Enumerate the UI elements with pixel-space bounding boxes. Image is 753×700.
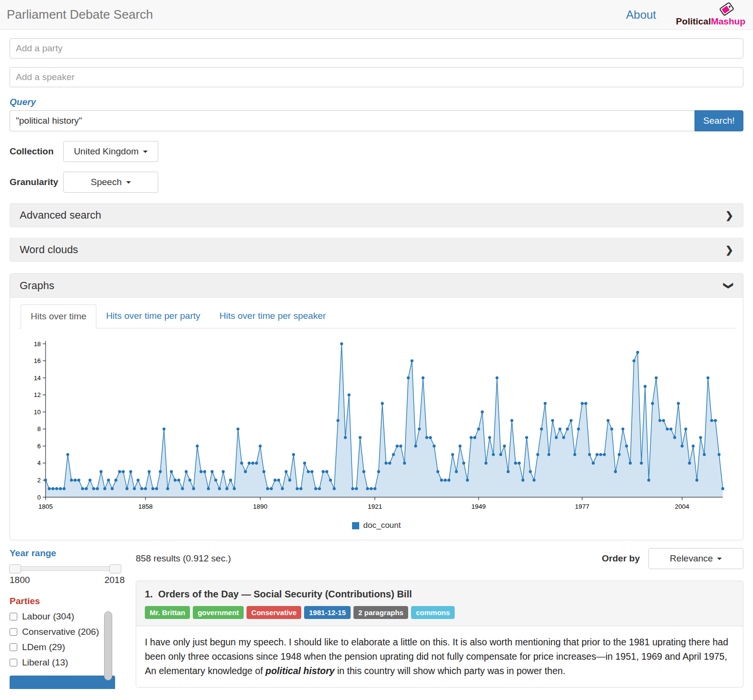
result-number: 1. bbox=[145, 589, 153, 599]
svg-text:18: 18 bbox=[34, 340, 41, 348]
parties-label: Parties bbox=[10, 596, 136, 607]
party-label: Liberal (13) bbox=[22, 657, 68, 668]
legend-swatch-icon bbox=[352, 522, 359, 529]
result-item: 1. Orders of the Day — Social Security (… bbox=[136, 581, 743, 688]
badge-row: Mr. Brittan government Conservative 1981… bbox=[145, 606, 734, 619]
checkbox[interactable] bbox=[10, 643, 17, 651]
role-badge[interactable]: government bbox=[193, 606, 244, 619]
results-count: 858 results (0.912 sec.) bbox=[136, 553, 231, 564]
logo-text: PoliticalMashup bbox=[676, 16, 745, 27]
svg-text:4: 4 bbox=[37, 459, 41, 467]
caret-down-icon bbox=[126, 181, 131, 184]
granularity-label: Granularity bbox=[10, 177, 63, 187]
graphs-panel-header[interactable]: Graphs ❯ bbox=[10, 274, 743, 298]
speaker-badge[interactable]: Mr. Brittan bbox=[145, 606, 190, 619]
graphs-panel-body: Hits over time Hits over time per party … bbox=[10, 298, 743, 540]
year-range-slider[interactable] bbox=[10, 566, 121, 571]
collection-value: United Kingdom bbox=[74, 146, 139, 157]
results-header: 858 results (0.912 sec.) Order by Releva… bbox=[136, 548, 743, 569]
word-clouds-panel[interactable]: Word clouds ❯ bbox=[10, 238, 743, 262]
logo-mashup: Mashup bbox=[711, 16, 745, 26]
word-clouds-title: Word clouds bbox=[20, 244, 78, 256]
party-label: Labour (304) bbox=[22, 611, 74, 622]
parties-scrollbar-thumb[interactable] bbox=[104, 611, 112, 680]
svg-text:2: 2 bbox=[37, 477, 41, 484]
svg-text:6: 6 bbox=[37, 443, 41, 450]
paragraphs-badge[interactable]: 2 paragraphs bbox=[353, 606, 408, 619]
svg-text:2004: 2004 bbox=[675, 503, 690, 510]
result-header: 1. Orders of the Day — Social Security (… bbox=[136, 581, 743, 626]
checkbox[interactable] bbox=[10, 659, 17, 666]
svg-text:1949: 1949 bbox=[471, 503, 486, 510]
granularity-dropdown[interactable]: Speech bbox=[63, 172, 158, 193]
svg-text:14: 14 bbox=[34, 374, 41, 382]
granularity-row: Granularity Speech bbox=[10, 172, 743, 193]
chart-legend: doc_count bbox=[18, 520, 735, 535]
svg-text:8: 8 bbox=[37, 425, 41, 432]
svg-text:1890: 1890 bbox=[253, 503, 267, 510]
query-group: Search! bbox=[10, 110, 743, 131]
chevron-right-icon: ❯ bbox=[725, 244, 733, 256]
speaker-input[interactable] bbox=[10, 67, 743, 87]
caret-down-icon bbox=[143, 151, 148, 153]
chevron-down-icon: ❯ bbox=[724, 281, 735, 290]
svg-text:1977: 1977 bbox=[575, 503, 589, 510]
order-by-label: Order by bbox=[602, 553, 640, 564]
query-label: Query bbox=[10, 97, 743, 107]
filter-sidebar: Year range 1800 2018 Parties Labour (304… bbox=[10, 548, 136, 689]
app-header: Parliament Debate Search About Political… bbox=[0, 0, 753, 30]
snippet-after: in this country will show which party wa… bbox=[335, 665, 565, 676]
graphs-title: Graphs bbox=[20, 280, 54, 292]
chevron-right-icon: ❯ bbox=[725, 210, 733, 221]
party-label: LDem (29) bbox=[22, 642, 65, 653]
results-area: 858 results (0.912 sec.) Order by Releva… bbox=[136, 548, 743, 688]
year-range-values: 1800 2018 bbox=[10, 575, 125, 585]
tab-hits-per-party[interactable]: Hits over time per party bbox=[96, 304, 210, 328]
snippet-highlight: political history bbox=[265, 665, 334, 676]
next-filter-panel-header[interactable] bbox=[10, 676, 115, 689]
party-input[interactable] bbox=[10, 38, 743, 58]
caret-down-icon bbox=[717, 558, 722, 560]
order-by-dropdown[interactable]: Relevance bbox=[648, 548, 743, 569]
result-snippet: I have only just begun my speech. I shou… bbox=[136, 626, 743, 687]
collection-row: Collection United Kingdom bbox=[10, 141, 743, 162]
advanced-search-title: Advanced search bbox=[20, 209, 101, 222]
svg-text:16: 16 bbox=[34, 357, 41, 364]
slider-handle-min[interactable] bbox=[9, 564, 21, 573]
query-input[interactable] bbox=[10, 110, 694, 131]
checkbox[interactable] bbox=[10, 613, 17, 620]
tab-hits-over-time[interactable]: Hits over time bbox=[21, 304, 96, 328]
svg-text:12: 12 bbox=[34, 391, 41, 398]
graph-tabs: Hits over time Hits over time per party … bbox=[18, 304, 735, 328]
politicalmashup-logo: PoliticalMashup bbox=[679, 1, 746, 29]
collection-dropdown[interactable]: United Kingdom bbox=[63, 141, 158, 162]
party-label: Conservative (206) bbox=[22, 627, 99, 637]
svg-text:0: 0 bbox=[37, 494, 41, 501]
checkbox[interactable] bbox=[10, 628, 17, 636]
tab-hits-per-speaker[interactable]: Hits over time per speaker bbox=[210, 304, 336, 328]
graphs-panel: Graphs ❯ Hits over time Hits over time p… bbox=[10, 273, 743, 540]
date-badge[interactable]: 1981-12-15 bbox=[304, 606, 351, 619]
slider-handle-max[interactable] bbox=[109, 564, 121, 573]
result-title-text: Orders of the Day — Social Security (Con… bbox=[158, 589, 412, 599]
search-button[interactable]: Search! bbox=[694, 110, 743, 131]
bottom-area: Year range 1800 2018 Parties Labour (304… bbox=[10, 548, 743, 689]
year-min: 1800 bbox=[10, 575, 30, 585]
collection-label: Collection bbox=[10, 146, 63, 157]
granularity-value: Speech bbox=[91, 177, 121, 187]
svg-text:10: 10 bbox=[34, 408, 41, 416]
result-title[interactable]: 1. Orders of the Day — Social Security (… bbox=[145, 589, 734, 600]
svg-text:1858: 1858 bbox=[138, 503, 153, 510]
logo-political: Political bbox=[676, 16, 711, 26]
party-badge[interactable]: Conservative bbox=[247, 606, 301, 619]
svg-text:1921: 1921 bbox=[368, 503, 382, 510]
page-title: Parliament Debate Search bbox=[7, 7, 153, 22]
year-range-label: Year range bbox=[10, 548, 136, 559]
parties-list: Labour (304) Conservative (206) LDem (29… bbox=[10, 611, 121, 668]
hits-over-time-chart: 0246810121416181805185818901921194919772… bbox=[18, 328, 735, 520]
svg-text:1805: 1805 bbox=[38, 503, 53, 510]
about-link[interactable]: About bbox=[626, 8, 656, 22]
house-badge[interactable]: commons bbox=[411, 606, 455, 619]
order-by-value: Relevance bbox=[670, 553, 713, 564]
advanced-search-panel[interactable]: Advanced search ❯ bbox=[10, 203, 743, 227]
